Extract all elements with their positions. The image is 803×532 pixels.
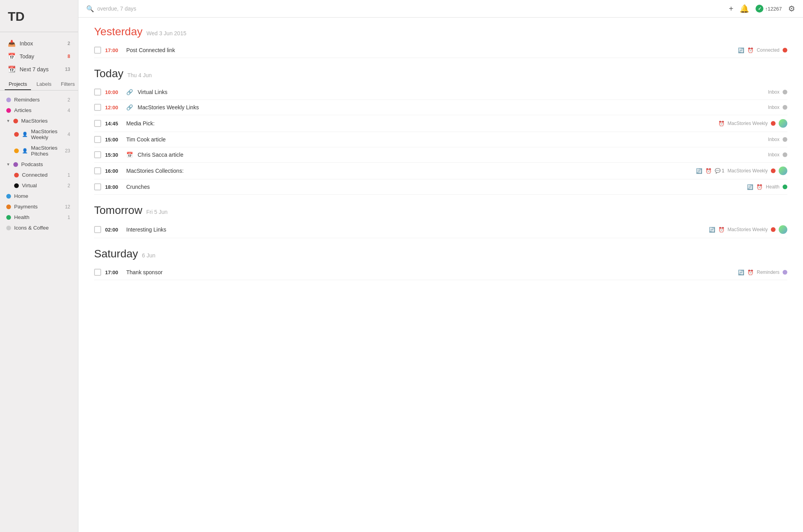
project-reminders[interactable]: Reminders 2 <box>0 94 78 105</box>
checkbox-t10[interactable] <box>94 269 101 276</box>
checkbox-t7[interactable] <box>94 167 101 174</box>
task-row-t5: 15:00 Tim Cook article Inbox <box>94 132 787 147</box>
dot-macstories-weekly <box>14 132 19 137</box>
main-content: 🔍 overdue, 7 days + 🔔 ✓ ↑12267 ⚙ Yesterd… <box>78 0 803 532</box>
project-macstories-pitches[interactable]: 👤 MacStories Pitches 23 <box>0 143 78 159</box>
avatar-t9 <box>779 225 787 234</box>
search-area[interactable]: 🔍 overdue, 7 days <box>86 5 724 13</box>
checkbox-t4[interactable] <box>94 120 101 127</box>
inbox-icon: 📥 <box>8 40 16 47</box>
task-meta-icon-t1-0[interactable]: 🔄 <box>738 47 744 53</box>
karma-icon: ✓ <box>756 5 763 13</box>
task-meta-t9: 🔄⏰ MacStories Weekly <box>709 225 787 234</box>
task-meta-icon-t7-1[interactable]: ⏰ <box>705 168 712 174</box>
checkbox-t8[interactable] <box>94 183 101 190</box>
project-health[interactable]: Health 1 <box>0 212 78 223</box>
project-macstories-weekly[interactable]: 👤 MacStories Weekly 4 <box>0 126 78 143</box>
dot-virtual <box>14 183 19 188</box>
dot-icons-coffee <box>6 226 11 230</box>
checkbox-t3[interactable] <box>94 104 101 111</box>
day-title-tomorrow: Tomorrow <box>94 204 142 217</box>
day-title-saturday: Saturday <box>94 248 138 260</box>
project-macstories[interactable]: ▼ MacStories <box>0 116 78 126</box>
project-ref-t3: Inbox <box>768 105 779 110</box>
task-name-t5: Tim Cook article <box>126 136 764 143</box>
project-count-connected: 1 <box>67 172 70 178</box>
project-label-connected: Connected <box>22 172 47 178</box>
task-meta-icon-t10-0[interactable]: 🔄 <box>738 270 744 275</box>
add-button[interactable]: + <box>729 4 734 13</box>
task-name-t10: Thank sponsor <box>126 269 734 275</box>
project-icons-coffee[interactable]: Icons & Coffee <box>0 223 78 233</box>
task-time-t9: 02:00 <box>105 227 122 233</box>
checkbox-t5[interactable] <box>94 136 101 143</box>
collapse-icon-podcasts[interactable]: ▼ <box>6 162 10 166</box>
comment-badge-t7[interactable]: 💬 1 <box>715 168 725 174</box>
tab-projects[interactable]: Projects <box>5 79 31 90</box>
task-meta-icon-t8-1[interactable]: ⏰ <box>756 184 763 190</box>
collapse-icon-macstories[interactable]: ▼ <box>6 119 10 123</box>
task-row-t10: 17:00 Thank sponsor 🔄⏰ Reminders <box>94 265 787 280</box>
task-meta-icon-t9-1[interactable]: ⏰ <box>718 227 725 233</box>
day-title-today: Today <box>94 67 124 80</box>
project-podcasts[interactable]: ▼ Podcasts <box>0 159 78 170</box>
avatar-t7 <box>779 166 787 175</box>
nav-inbox[interactable]: 📥 Inbox 2 <box>0 37 78 50</box>
task-meta-icon-t9-0[interactable]: 🔄 <box>709 227 715 233</box>
nav-today[interactable]: 📅 Today 8 <box>0 50 78 63</box>
section-header-saturday: Saturday 6 Jun <box>94 248 787 260</box>
karma-score: ↑12267 <box>765 6 782 12</box>
project-dot-t2 <box>783 90 787 94</box>
project-label-articles: Articles <box>14 107 31 113</box>
nav-count-inbox: 2 <box>67 41 70 46</box>
notification-icon[interactable]: 🔔 <box>739 4 749 13</box>
project-home[interactable]: Home <box>0 191 78 201</box>
project-count-reminders: 2 <box>67 97 70 103</box>
task-time-t3: 12:00 <box>105 105 122 110</box>
nav-next7days[interactable]: 📆 Next 7 days 13 <box>0 63 78 76</box>
karma-badge[interactable]: ✓ ↑12267 <box>756 5 782 13</box>
nav-label-next7days: Next 7 days <box>20 66 49 72</box>
checkbox-t6[interactable] <box>94 151 101 158</box>
task-meta-t4: ⏰ MacStories Weekly <box>718 119 787 128</box>
search-icon: 🔍 <box>86 5 94 13</box>
day-subtitle-tomorrow: Fri 5 Jun <box>146 209 167 215</box>
avatar-t4 <box>779 119 787 128</box>
project-tabs: ProjectsLabelsFilters <box>0 76 78 90</box>
tab-labels[interactable]: Labels <box>33 79 55 90</box>
dot-articles <box>6 108 11 113</box>
task-meta-t3: Inbox <box>768 105 787 110</box>
checkbox-t1[interactable] <box>94 47 101 54</box>
project-connected[interactable]: Connected 1 <box>0 170 78 180</box>
settings-icon[interactable]: ⚙ <box>788 4 795 13</box>
section-yesterday: Yesterday Wed 3 Jun 2015 17:00 Post Conn… <box>94 25 787 58</box>
project-ref-t1: Connected <box>757 47 779 53</box>
project-count-macstories-pitches: 23 <box>65 148 70 154</box>
task-meta-icon-t8-0[interactable]: 🔄 <box>747 184 753 190</box>
project-label-health: Health <box>14 214 29 220</box>
task-icon-t6: 📅 <box>126 152 133 158</box>
task-meta-icon-t4-0[interactable]: ⏰ <box>718 121 725 127</box>
task-row-t6: 15:30 📅 Chris Sacca article Inbox <box>94 147 787 163</box>
task-name-t3: MacStories Weekly Links <box>138 104 764 110</box>
task-meta-icon-t1-1[interactable]: ⏰ <box>747 47 754 53</box>
project-virtual[interactable]: Virtual 2 <box>0 180 78 191</box>
task-time-t1: 17:00 <box>105 47 122 53</box>
project-payments[interactable]: Payments 12 <box>0 201 78 212</box>
task-time-t8: 18:00 <box>105 184 122 190</box>
tab-filters[interactable]: Filters <box>57 79 78 90</box>
task-time-t5: 15:00 <box>105 137 122 143</box>
checkbox-t9[interactable] <box>94 226 101 233</box>
project-label-payments: Payments <box>14 204 38 210</box>
nav-label-today: Today <box>20 53 34 60</box>
dot-payments <box>6 204 11 209</box>
task-meta-t7: 🔄⏰ 💬 1 MacStories Weekly <box>696 166 787 175</box>
task-meta-icon-t7-0[interactable]: 🔄 <box>696 168 702 174</box>
project-dot-t10 <box>783 270 787 275</box>
task-time-t4: 14:45 <box>105 121 122 127</box>
project-articles[interactable]: Articles 4 <box>0 105 78 116</box>
project-count-articles: 4 <box>67 108 70 113</box>
task-meta-icon-t10-1[interactable]: ⏰ <box>747 270 754 275</box>
section-saturday: Saturday 6 Jun 17:00 Thank sponsor 🔄⏰ Re… <box>94 248 787 280</box>
checkbox-t2[interactable] <box>94 89 101 96</box>
